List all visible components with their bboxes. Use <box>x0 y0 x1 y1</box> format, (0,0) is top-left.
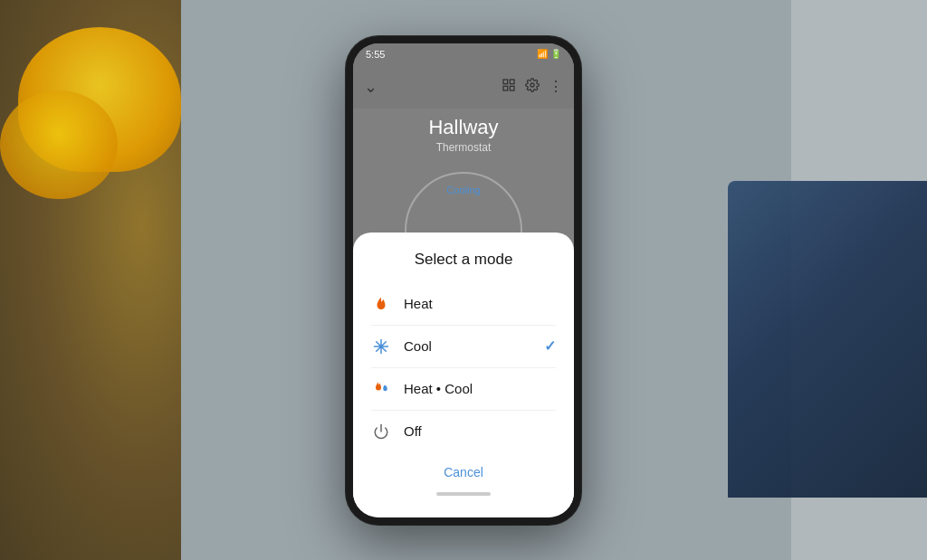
flame-icon <box>371 294 391 314</box>
wifi-icon: 📶 <box>537 49 548 59</box>
mode-item-heat[interactable]: Heat <box>353 283 574 325</box>
cancel-button[interactable]: Cancel <box>353 452 574 485</box>
thermostat-title: Hallway <box>428 116 498 139</box>
mode-list: Heat Cool ✓ <box>353 283 574 452</box>
mode-item-heat-cool[interactable]: Heat • Cool <box>353 368 574 410</box>
heat-cool-label: Heat • Cool <box>404 381 556 396</box>
battery-icon: 🔋 <box>550 49 561 59</box>
header-actions: ⋮ <box>502 78 563 96</box>
app-header: ⌄ ⋮ <box>353 65 574 109</box>
thermostat-mode-label: Cooling <box>446 185 480 195</box>
bg-fabric <box>728 181 927 498</box>
settings-icon[interactable] <box>525 78 540 96</box>
snowflake-icon <box>371 337 391 356</box>
heat-cool-icon <box>371 379 391 399</box>
home-indicator <box>353 485 574 503</box>
status-icons: 📶 🔋 <box>537 49 561 59</box>
back-chevron-icon[interactable]: ⌄ <box>364 77 377 97</box>
mode-item-cool[interactable]: Cool ✓ <box>353 326 574 367</box>
home-bar <box>436 492 491 496</box>
svg-point-9 <box>380 345 383 347</box>
phone-screen: 5:55 📶 🔋 ⌄ <box>353 43 574 517</box>
power-icon <box>371 422 391 441</box>
cool-checkmark: ✓ <box>544 337 556 355</box>
mode-select-modal: Select a mode Heat <box>353 233 574 517</box>
phone: 5:55 📶 🔋 ⌄ <box>346 36 581 525</box>
bg-lemon2 <box>0 90 118 199</box>
mode-item-off[interactable]: Off <box>353 411 574 452</box>
grid-icon[interactable] <box>502 78 516 96</box>
thermostat-subtitle: Thermostat <box>436 141 492 154</box>
off-label: Off <box>404 423 556 439</box>
svg-rect-2 <box>503 86 508 90</box>
svg-rect-0 <box>503 80 508 84</box>
svg-rect-1 <box>510 80 514 84</box>
svg-point-4 <box>530 83 534 87</box>
status-time: 5:55 <box>366 49 385 60</box>
more-vertical-icon[interactable]: ⋮ <box>549 78 563 95</box>
thermostat-area: Hallway Thermostat Cooling <box>353 109 574 253</box>
cool-label: Cool <box>404 338 544 354</box>
status-bar: 5:55 📶 🔋 <box>353 43 574 65</box>
svg-rect-3 <box>510 86 514 90</box>
modal-title: Select a mode <box>353 251 574 269</box>
heat-label: Heat <box>404 296 556 311</box>
